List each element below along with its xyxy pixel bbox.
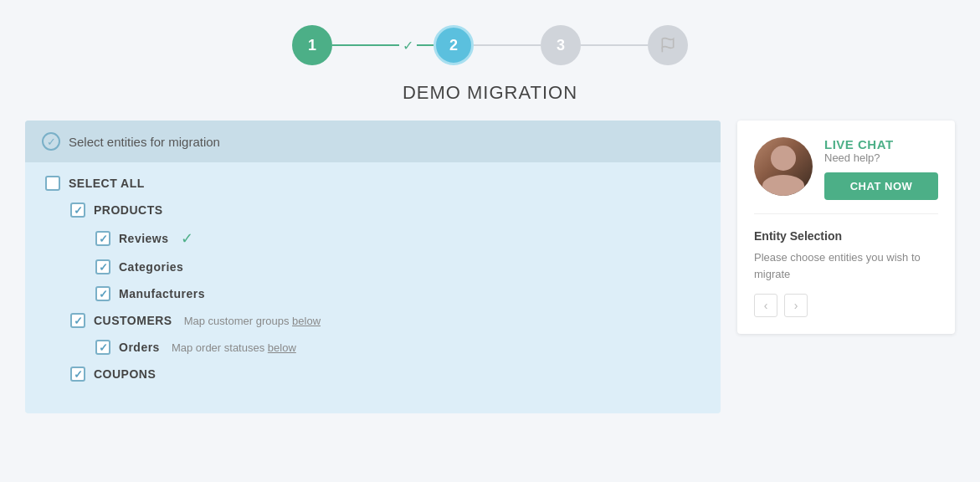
main-content: ✓ Select entities for migration SELECT A… xyxy=(0,120,980,438)
live-chat-label: LIVE CHAT xyxy=(824,137,938,151)
coupons-label: COUPONS xyxy=(94,367,156,381)
customers-below-link[interactable]: below xyxy=(292,315,321,327)
next-arrow[interactable]: › xyxy=(784,294,808,317)
reviews-row: Reviews ✓ xyxy=(45,229,700,248)
header-check-icon: ✓ xyxy=(42,132,60,151)
select-all-checkbox[interactable] xyxy=(45,176,60,191)
categories-label: Categories xyxy=(119,260,183,274)
connector-2-3 xyxy=(474,44,541,46)
entity-panel-title: Select entities for migration xyxy=(69,135,220,149)
prev-arrow[interactable]: ‹ xyxy=(754,294,777,317)
divider xyxy=(754,213,938,214)
products-label: PRODUCTS xyxy=(94,203,163,217)
step-3[interactable]: 3 xyxy=(541,25,581,65)
entity-help-description: Please choose entities you wish to migra… xyxy=(754,249,938,282)
products-row: PRODUCTS xyxy=(45,203,700,218)
entity-panel-header: ✓ Select entities for migration xyxy=(25,120,721,162)
chat-now-button[interactable]: CHAT NOW xyxy=(824,172,938,200)
step-2[interactable]: 2 xyxy=(434,25,474,65)
manufacturers-label: Manufacturers xyxy=(119,287,205,300)
customers-meta: Map customer groups below xyxy=(184,315,321,327)
nav-arrows: ‹ › xyxy=(754,294,938,317)
connector-1-2 xyxy=(332,44,399,46)
categories-row: Categories xyxy=(45,259,700,274)
coupons-row: COUPONS xyxy=(45,367,700,382)
sidebar: LIVE CHAT Need help? CHAT NOW Entity Sel… xyxy=(737,120,955,342)
categories-checkbox[interactable] xyxy=(95,259,110,274)
reviews-verified-icon: ✓ xyxy=(181,229,193,248)
orders-label: Orders xyxy=(119,341,160,354)
orders-checkbox[interactable] xyxy=(95,340,110,355)
reviews-label: Reviews xyxy=(119,232,169,245)
entity-help: Entity Selection Please choose entities … xyxy=(754,226,938,282)
chat-card: LIVE CHAT Need help? CHAT NOW Entity Sel… xyxy=(737,120,955,334)
chat-info: LIVE CHAT Need help? CHAT NOW xyxy=(824,137,938,200)
progress-steps: 1 ✓ 2 3 xyxy=(0,0,980,82)
entity-help-title: Entity Selection xyxy=(754,229,938,243)
step-flag[interactable] xyxy=(648,25,688,65)
select-all-label: SELECT ALL xyxy=(69,177,145,190)
need-help-text: Need help? xyxy=(824,151,938,164)
entity-panel: ✓ Select entities for migration SELECT A… xyxy=(25,120,721,413)
entity-list: SELECT ALL PRODUCTS Reviews ✓ Categories xyxy=(25,162,721,413)
avatar xyxy=(754,137,813,196)
connector-3-4 xyxy=(581,44,648,46)
manufacturers-checkbox[interactable] xyxy=(95,286,110,301)
page-title: DEMO MIGRATION xyxy=(0,82,980,104)
customers-label: CUSTOMERS xyxy=(94,314,172,327)
customers-row: CUSTOMERS Map customer groups below xyxy=(45,313,700,328)
manufacturers-row: Manufacturers xyxy=(45,286,700,301)
chat-header: LIVE CHAT Need help? CHAT NOW xyxy=(754,137,938,200)
orders-row: Orders Map order statuses below xyxy=(45,340,700,355)
reviews-checkbox[interactable] xyxy=(95,231,110,246)
orders-meta: Map order statuses below xyxy=(172,341,296,354)
coupons-checkbox[interactable] xyxy=(70,367,85,382)
customers-checkbox[interactable] xyxy=(70,313,85,328)
select-all-row: SELECT ALL xyxy=(45,176,700,191)
orders-below-link[interactable]: below xyxy=(268,341,296,354)
connector-check-2 xyxy=(417,44,434,46)
step1-checkmark: ✓ xyxy=(403,38,413,54)
step-1[interactable]: 1 xyxy=(292,25,332,65)
products-checkbox[interactable] xyxy=(70,203,85,218)
